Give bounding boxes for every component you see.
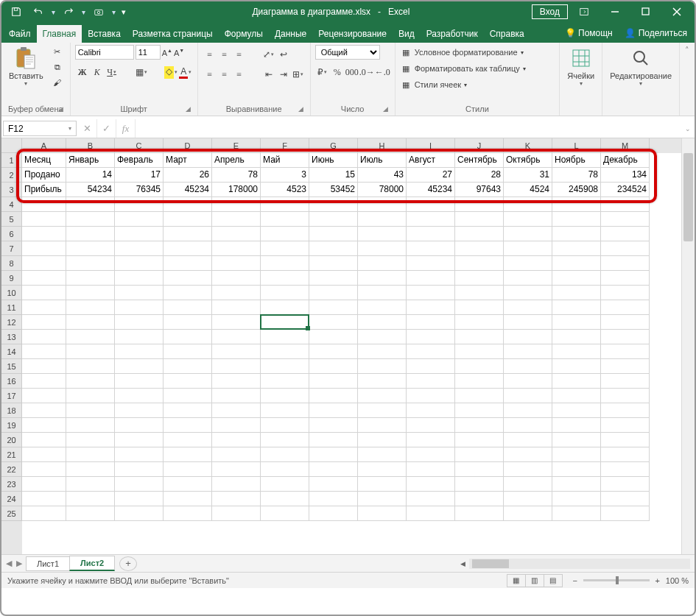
currency-icon[interactable]: ₽ (315, 65, 330, 79)
decrease-indent-icon[interactable]: ⇤ (261, 67, 276, 82)
cell[interactable] (455, 433, 504, 447)
cell[interactable]: Продано (22, 168, 66, 183)
cell[interactable] (407, 403, 455, 418)
row-header[interactable]: 18 (1, 403, 22, 418)
cell[interactable]: 54234 (66, 183, 115, 197)
cell[interactable]: 31 (504, 168, 552, 183)
cell[interactable] (309, 256, 358, 271)
column-header[interactable]: E (212, 138, 261, 153)
cell[interactable]: Январь (66, 153, 115, 168)
row-header[interactable]: 24 (1, 492, 22, 506)
cell[interactable] (358, 359, 407, 374)
cell[interactable] (261, 389, 309, 403)
alignment-dialog-icon[interactable]: ◢ (297, 105, 306, 114)
cell[interactable] (66, 300, 115, 315)
cell[interactable] (601, 462, 650, 477)
cell[interactable] (115, 241, 164, 256)
cell[interactable] (407, 330, 455, 344)
cell[interactable]: 234524 (601, 183, 650, 197)
cell[interactable] (261, 271, 309, 286)
tab-help[interactable]: Справка (484, 25, 530, 43)
cell[interactable] (212, 433, 261, 447)
cell[interactable] (552, 315, 601, 330)
cell-styles-button[interactable]: ▦Стили ячеек▾ (400, 77, 467, 92)
redo-icon[interactable] (58, 3, 79, 21)
maximize-button[interactable] (631, 3, 661, 21)
cell[interactable] (66, 286, 115, 300)
cell[interactable] (22, 492, 66, 506)
cell[interactable] (115, 271, 164, 286)
tab-data[interactable]: Данные (269, 25, 312, 43)
cell[interactable] (455, 197, 504, 212)
cell[interactable] (407, 197, 455, 212)
cell[interactable] (164, 462, 212, 477)
zoom-slider[interactable] (583, 579, 650, 581)
row-header[interactable]: 7 (1, 241, 22, 256)
cell[interactable]: 26 (164, 168, 212, 183)
cell[interactable] (212, 330, 261, 344)
cell[interactable] (455, 462, 504, 477)
decrease-font-icon[interactable]: A▼ (174, 48, 184, 57)
column-header[interactable]: C (115, 138, 164, 153)
cell[interactable]: Март (164, 153, 212, 168)
column-header[interactable]: M (601, 138, 650, 153)
cell[interactable] (261, 433, 309, 447)
cell[interactable] (552, 447, 601, 462)
cell[interactable] (552, 433, 601, 447)
cell[interactable] (261, 506, 309, 521)
cell[interactable] (552, 403, 601, 418)
increase-font-icon[interactable]: A▲ (162, 48, 172, 57)
cell[interactable] (601, 447, 650, 462)
cell[interactable] (407, 300, 455, 315)
tab-file[interactable]: Файл (3, 25, 37, 43)
cell[interactable] (504, 477, 552, 492)
cell[interactable] (115, 300, 164, 315)
sheet-nav-prev-icon[interactable]: ◀ (6, 559, 12, 568)
copy-icon[interactable]: ⧉ (49, 60, 66, 74)
cell[interactable] (601, 492, 650, 506)
select-all-corner[interactable] (1, 138, 22, 153)
cell[interactable] (164, 403, 212, 418)
row-header[interactable]: 15 (1, 359, 22, 374)
cell[interactable]: 78 (212, 168, 261, 183)
cell[interactable] (164, 271, 212, 286)
cell[interactable] (309, 212, 358, 227)
cell[interactable]: 43 (358, 168, 407, 183)
cell[interactable] (601, 374, 650, 389)
cell[interactable] (212, 418, 261, 433)
cell[interactable] (22, 344, 66, 359)
cell[interactable] (66, 227, 115, 241)
cell[interactable] (164, 300, 212, 315)
cell[interactable] (261, 418, 309, 433)
cell[interactable]: Май (261, 153, 309, 168)
column-header[interactable]: G (309, 138, 358, 153)
cell[interactable] (115, 433, 164, 447)
cell[interactable] (309, 492, 358, 506)
cell[interactable] (601, 506, 650, 521)
cell[interactable] (358, 447, 407, 462)
cell[interactable] (212, 403, 261, 418)
cell[interactable] (115, 227, 164, 241)
cell[interactable] (309, 403, 358, 418)
number-format-select[interactable]: Общий (315, 45, 380, 60)
cell[interactable] (261, 477, 309, 492)
minimize-button[interactable] (600, 3, 630, 21)
cell[interactable]: Июнь (309, 153, 358, 168)
cell[interactable] (552, 256, 601, 271)
cell[interactable] (309, 359, 358, 374)
cell[interactable] (115, 477, 164, 492)
cell[interactable] (212, 389, 261, 403)
cell[interactable]: 28 (455, 168, 504, 183)
cell[interactable]: 3 (261, 168, 309, 183)
cell[interactable] (164, 389, 212, 403)
cell[interactable] (601, 212, 650, 227)
cell[interactable] (407, 359, 455, 374)
cell[interactable] (601, 197, 650, 212)
cell[interactable] (115, 212, 164, 227)
cell[interactable] (504, 433, 552, 447)
cell[interactable] (66, 477, 115, 492)
cell[interactable] (358, 477, 407, 492)
cell[interactable] (66, 403, 115, 418)
column-header[interactable]: I (407, 138, 455, 153)
cell[interactable] (66, 447, 115, 462)
